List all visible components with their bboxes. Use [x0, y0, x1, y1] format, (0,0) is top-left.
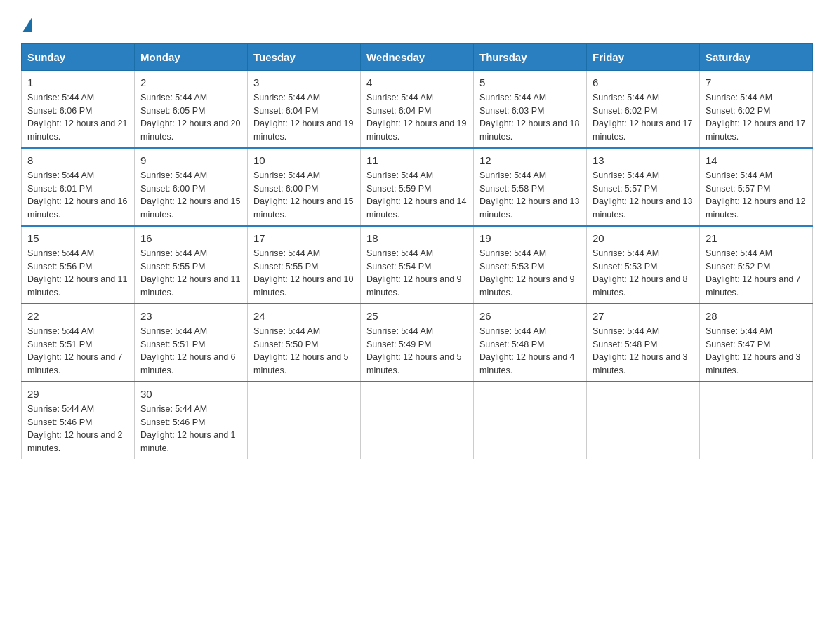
day-number: 29 [27, 387, 128, 401]
day-number: 20 [593, 231, 694, 246]
sunset-info: Sunset: 5:50 PM [253, 340, 318, 349]
daylight-info: Daylight: 12 hours and 19 minutes. [366, 119, 466, 142]
calendar-cell: 2 Sunrise: 5:44 AM Sunset: 6:05 PM Dayli… [135, 71, 248, 149]
sunrise-info: Sunrise: 5:44 AM [479, 93, 546, 102]
day-number: 3 [253, 75, 355, 90]
day-number: 28 [706, 309, 807, 323]
calendar-cell: 11 Sunrise: 5:44 AM Sunset: 5:59 PM Dayl… [361, 148, 474, 226]
sunset-info: Sunset: 6:04 PM [253, 106, 318, 116]
day-number: 21 [706, 231, 807, 246]
sunrise-info: Sunrise: 5:44 AM [27, 170, 94, 180]
calendar-cell: 8 Sunrise: 5:44 AM Sunset: 6:01 PM Dayli… [22, 148, 135, 226]
day-number: 15 [27, 231, 128, 246]
sunset-info: Sunset: 6:03 PM [479, 106, 544, 116]
sunrise-info: Sunrise: 5:44 AM [706, 326, 772, 336]
day-number: 6 [593, 75, 694, 90]
daylight-info: Daylight: 12 hours and 7 minutes. [706, 274, 801, 297]
calendar-week-row: 15 Sunrise: 5:44 AM Sunset: 5:56 PM Dayl… [22, 226, 813, 304]
daylight-info: Daylight: 12 hours and 2 minutes. [27, 430, 123, 453]
daylight-info: Daylight: 12 hours and 6 minutes. [140, 352, 236, 375]
calendar-cell: 7 Sunrise: 5:44 AM Sunset: 6:02 PM Dayli… [700, 71, 813, 149]
calendar-table: SundayMondayTuesdayWednesdayThursdayFrid… [21, 43, 813, 459]
sunset-info: Sunset: 5:51 PM [140, 340, 205, 349]
day-number: 19 [479, 231, 581, 246]
day-number: 13 [593, 153, 694, 168]
sunset-info: Sunset: 5:53 PM [479, 262, 544, 271]
day-number: 2 [140, 75, 241, 90]
sunrise-info: Sunrise: 5:44 AM [706, 93, 772, 102]
calendar-week-row: 29 Sunrise: 5:44 AM Sunset: 5:46 PM Dayl… [22, 382, 813, 459]
day-number: 27 [593, 309, 694, 323]
sunset-info: Sunset: 6:04 PM [366, 106, 431, 116]
daylight-info: Daylight: 12 hours and 20 minutes. [140, 119, 240, 142]
page-header [21, 14, 813, 29]
daylight-info: Daylight: 12 hours and 5 minutes. [253, 352, 349, 375]
day-number: 24 [253, 309, 355, 323]
daylight-info: Daylight: 12 hours and 1 minute. [140, 430, 236, 453]
column-header-monday: Monday [135, 44, 248, 71]
calendar-week-row: 22 Sunrise: 5:44 AM Sunset: 5:51 PM Dayl… [22, 304, 813, 382]
sunset-info: Sunset: 5:49 PM [366, 340, 431, 349]
sunrise-info: Sunrise: 5:44 AM [253, 326, 320, 336]
calendar-cell [474, 382, 587, 459]
column-header-wednesday: Wednesday [361, 44, 474, 71]
calendar-cell: 19 Sunrise: 5:44 AM Sunset: 5:53 PM Dayl… [474, 226, 587, 304]
calendar-cell: 28 Sunrise: 5:44 AM Sunset: 5:47 PM Dayl… [700, 304, 813, 382]
logo-triangle-icon [22, 17, 32, 32]
sunset-info: Sunset: 5:52 PM [706, 262, 770, 271]
column-header-saturday: Saturday [700, 44, 813, 71]
calendar-cell: 6 Sunrise: 5:44 AM Sunset: 6:02 PM Dayli… [587, 71, 700, 149]
day-number: 5 [479, 75, 581, 90]
daylight-info: Daylight: 12 hours and 16 minutes. [27, 196, 127, 220]
sunrise-info: Sunrise: 5:44 AM [706, 170, 772, 180]
day-number: 25 [366, 309, 468, 323]
calendar-cell: 1 Sunrise: 5:44 AM Sunset: 6:06 PM Dayli… [22, 71, 135, 149]
calendar-cell: 26 Sunrise: 5:44 AM Sunset: 5:48 PM Dayl… [474, 304, 587, 382]
sunset-info: Sunset: 6:06 PM [27, 106, 92, 116]
day-number: 1 [27, 75, 128, 90]
sunrise-info: Sunrise: 5:44 AM [706, 248, 772, 258]
daylight-info: Daylight: 12 hours and 11 minutes. [140, 274, 240, 297]
calendar-cell: 24 Sunrise: 5:44 AM Sunset: 5:50 PM Dayl… [248, 304, 361, 382]
day-number: 22 [27, 309, 128, 323]
sunset-info: Sunset: 5:58 PM [479, 184, 544, 194]
calendar-cell: 18 Sunrise: 5:44 AM Sunset: 5:54 PM Dayl… [361, 226, 474, 304]
daylight-info: Daylight: 12 hours and 17 minutes. [593, 119, 692, 142]
day-number: 16 [140, 231, 241, 246]
sunset-info: Sunset: 6:01 PM [27, 184, 92, 194]
sunrise-info: Sunrise: 5:44 AM [593, 93, 659, 102]
sunset-info: Sunset: 6:05 PM [140, 106, 205, 116]
sunrise-info: Sunrise: 5:44 AM [366, 170, 433, 180]
sunrise-info: Sunrise: 5:44 AM [479, 326, 546, 336]
day-number: 11 [366, 153, 468, 168]
sunset-info: Sunset: 5:48 PM [479, 340, 544, 349]
calendar-cell: 25 Sunrise: 5:44 AM Sunset: 5:49 PM Dayl… [361, 304, 474, 382]
daylight-info: Daylight: 12 hours and 3 minutes. [593, 352, 688, 375]
day-number: 14 [706, 153, 807, 168]
sunrise-info: Sunrise: 5:44 AM [27, 93, 94, 102]
sunset-info: Sunset: 5:48 PM [593, 340, 657, 349]
calendar-cell: 20 Sunrise: 5:44 AM Sunset: 5:53 PM Dayl… [587, 226, 700, 304]
calendar-cell: 17 Sunrise: 5:44 AM Sunset: 5:55 PM Dayl… [248, 226, 361, 304]
calendar-header-row: SundayMondayTuesdayWednesdayThursdayFrid… [22, 44, 813, 71]
calendar-cell: 30 Sunrise: 5:44 AM Sunset: 5:46 PM Dayl… [135, 382, 248, 459]
column-header-thursday: Thursday [474, 44, 587, 71]
sunrise-info: Sunrise: 5:44 AM [479, 170, 546, 180]
calendar-cell: 13 Sunrise: 5:44 AM Sunset: 5:57 PM Dayl… [587, 148, 700, 226]
sunrise-info: Sunrise: 5:44 AM [593, 326, 659, 336]
calendar-cell: 16 Sunrise: 5:44 AM Sunset: 5:55 PM Dayl… [135, 226, 248, 304]
day-number: 18 [366, 231, 468, 246]
sunrise-info: Sunrise: 5:44 AM [140, 170, 207, 180]
sunrise-info: Sunrise: 5:44 AM [140, 326, 207, 336]
daylight-info: Daylight: 12 hours and 4 minutes. [479, 352, 575, 375]
daylight-info: Daylight: 12 hours and 11 minutes. [27, 274, 127, 297]
column-header-friday: Friday [587, 44, 700, 71]
sunset-info: Sunset: 5:59 PM [366, 184, 431, 194]
day-number: 17 [253, 231, 355, 246]
daylight-info: Daylight: 12 hours and 7 minutes. [27, 352, 123, 375]
calendar-cell: 5 Sunrise: 5:44 AM Sunset: 6:03 PM Dayli… [474, 71, 587, 149]
sunset-info: Sunset: 5:54 PM [366, 262, 431, 271]
calendar-cell: 29 Sunrise: 5:44 AM Sunset: 5:46 PM Dayl… [22, 382, 135, 459]
day-number: 26 [479, 309, 581, 323]
daylight-info: Daylight: 12 hours and 5 minutes. [366, 352, 462, 375]
